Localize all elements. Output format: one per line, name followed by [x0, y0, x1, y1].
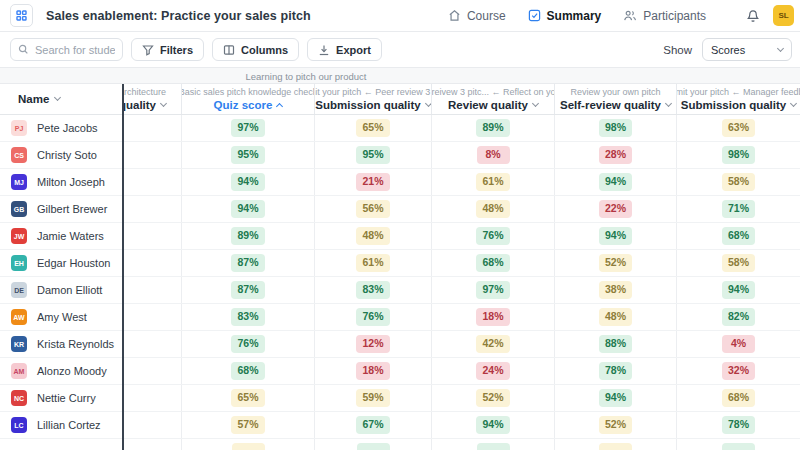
- table-row[interactable]: JW Jamie Waters 89% 48% 76% 94% 68%: [0, 223, 800, 250]
- student-name-cell: EH Edgar Houston: [0, 250, 123, 276]
- show-scores-value: Scores: [711, 44, 745, 56]
- score-chip: 52%: [599, 254, 632, 272]
- column-header-clipped[interactable]: architecture n quality: [123, 84, 182, 114]
- score-chip: 95%: [231, 146, 264, 164]
- show-label: Show: [663, 44, 692, 56]
- score-chip: 87%: [231, 254, 264, 272]
- score-cell-empty: [123, 196, 182, 222]
- top-navigation: Course Summary Participants: [448, 9, 706, 23]
- score-cell-review: 76%: [432, 223, 555, 249]
- student-name: Christy Soto: [37, 149, 97, 161]
- score-cell-submission-peer: 76%: [315, 304, 432, 330]
- column-header-name[interactable]: Name: [0, 84, 123, 114]
- user-avatar[interactable]: SL: [773, 5, 794, 26]
- table-row[interactable]: [0, 439, 800, 450]
- score-chip: 98%: [722, 146, 755, 164]
- page-title: Sales enablement: Practice your sales pi…: [46, 9, 311, 23]
- nav-course[interactable]: Course: [448, 9, 506, 23]
- toolbar: Filters Columns Export Show Scores: [0, 32, 800, 68]
- score-cell-quiz: [182, 439, 315, 450]
- score-cell-quiz: 95%: [182, 142, 315, 168]
- notifications-button[interactable]: [746, 9, 760, 23]
- score-cell-review: 8%: [432, 142, 555, 168]
- frozen-column-divider: [122, 84, 124, 450]
- score-cell-submission-manager: 58%: [677, 169, 800, 195]
- show-scores-select[interactable]: Scores: [702, 38, 792, 61]
- column-header-submission-quality-peer[interactable]: Submit your pitch ← Peer review 3 pitc..…: [315, 84, 432, 114]
- score-chip: 52%: [599, 416, 632, 434]
- table-row[interactable]: PJ Pete Jacobs 97% 65% 89% 98% 63%: [0, 115, 800, 142]
- column-header-quiz-score[interactable]: Basic sales pitch knowledge check Quiz s…: [182, 84, 315, 114]
- score-chip: 94%: [599, 227, 632, 245]
- table-row[interactable]: KR Krista Reynolds 76% 12% 42% 88% 4%: [0, 331, 800, 358]
- download-icon: [318, 44, 330, 56]
- score-chip: 8%: [477, 146, 510, 164]
- table-row[interactable]: NC Nettie Curry 65% 59% 52% 94% 68%: [0, 385, 800, 412]
- column-header-submission-quality-manager[interactable]: Submit your pitch ← Manager feedback Sub…: [677, 84, 800, 114]
- columns-icon: [223, 44, 235, 56]
- score-cell-quiz: 87%: [182, 277, 315, 303]
- score-cell-submission-peer: 67%: [315, 412, 432, 438]
- columns-button[interactable]: Columns: [212, 38, 299, 61]
- score-cell-self-review: 78%: [555, 358, 677, 384]
- student-name-cell: MJ Milton Joseph: [0, 169, 123, 195]
- top-bar: Sales enablement: Practice your sales pi…: [0, 0, 800, 32]
- table-row[interactable]: CS Christy Soto 95% 95% 8% 28% 98%: [0, 142, 800, 169]
- column-header-self-review-quality[interactable]: Review your own pitch Self-review qualit…: [555, 84, 677, 114]
- score-chip: 4%: [722, 335, 755, 353]
- score-cell-empty: [123, 142, 182, 168]
- score-cell-quiz: 87%: [182, 250, 315, 276]
- score-cell-self-review: 48%: [555, 304, 677, 330]
- student-name: Alonzo Moody: [37, 365, 107, 377]
- score-chip: 94%: [231, 200, 264, 218]
- export-button[interactable]: Export: [307, 38, 382, 61]
- score-chip: 87%: [231, 281, 264, 299]
- score-chip: [232, 443, 265, 450]
- table-row[interactable]: LC Lillian Cortez 57% 67% 94% 52% 78%: [0, 412, 800, 439]
- score-cell-submission-peer: 65%: [315, 115, 432, 141]
- score-cell-empty: [123, 304, 182, 330]
- score-chip: 94%: [231, 173, 264, 191]
- table-row[interactable]: GB Gilbert Brewer 94% 56% 48% 22% 71%: [0, 196, 800, 223]
- student-name: Damon Elliott: [37, 284, 102, 296]
- score-cell-review: 94%: [432, 412, 555, 438]
- table-row[interactable]: AM Alonzo Moody 68% 18% 24% 78% 32%: [0, 358, 800, 385]
- score-cell-empty: [123, 223, 182, 249]
- search-input[interactable]: [35, 44, 115, 56]
- score-cell-submission-peer: 83%: [315, 277, 432, 303]
- table-row[interactable]: MJ Milton Joseph 94% 21% 61% 94% 58%: [0, 169, 800, 196]
- score-chip: 95%: [356, 146, 389, 164]
- avatar: KR: [11, 336, 27, 352]
- nav-participants[interactable]: Participants: [623, 9, 706, 23]
- student-name: Krista Reynolds: [37, 338, 114, 350]
- student-name-cell: JW Jamie Waters: [0, 223, 123, 249]
- search-box[interactable]: [10, 38, 123, 61]
- column-header-review-quality[interactable]: Peer reivew 3 pitc... ← Reflect on your …: [432, 84, 555, 114]
- table-row[interactable]: AW Amy West 83% 76% 18% 48% 82%: [0, 304, 800, 331]
- table-row[interactable]: DE Damon Elliott 87% 83% 97% 38% 94%: [0, 277, 800, 304]
- avatar: DE: [11, 282, 27, 298]
- score-chip: 82%: [722, 308, 755, 326]
- score-cell-empty: [123, 385, 182, 411]
- score-cell-review: 89%: [432, 115, 555, 141]
- avatar: AW: [11, 309, 27, 325]
- score-chip: 89%: [231, 227, 264, 245]
- score-cell-submission-peer: 56%: [315, 196, 432, 222]
- filters-button[interactable]: Filters: [131, 38, 204, 61]
- score-chip: 61%: [476, 173, 509, 191]
- score-chip: 42%: [476, 335, 509, 353]
- score-cell-empty: [123, 277, 182, 303]
- avatar: NC: [11, 390, 27, 406]
- student-name: Pete Jacobs: [37, 122, 98, 134]
- student-name: Jamie Waters: [37, 230, 104, 242]
- score-chip: [722, 443, 755, 450]
- score-chip: 61%: [356, 254, 389, 272]
- apps-button[interactable]: [10, 4, 33, 27]
- score-chip: 48%: [476, 200, 509, 218]
- score-cell-empty: [123, 439, 182, 450]
- table-row[interactable]: EH Edgar Houston 87% 61% 68% 52% 58%: [0, 250, 800, 277]
- score-chip: 97%: [476, 281, 509, 299]
- nav-summary[interactable]: Summary: [528, 9, 602, 23]
- score-cell-empty: [123, 358, 182, 384]
- participants-icon: [623, 9, 637, 22]
